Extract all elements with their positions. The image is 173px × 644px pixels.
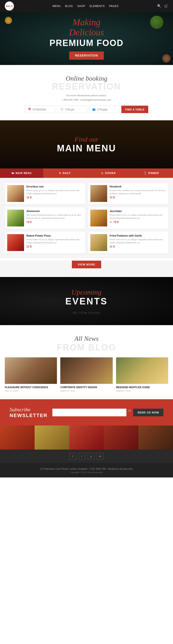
events-section: Upcoming EVENTS NO ITEM FOUND — [0, 277, 173, 325]
view-more-button[interactable]: VIEW MORE — [72, 261, 101, 268]
blog-image-2 — [60, 358, 112, 384]
cart-icon[interactable]: 🛒 — [164, 4, 168, 8]
menu-card-6: Fried Potatoes with Garlic Primis nostro… — [88, 232, 168, 254]
send-us-now-button[interactable]: SEND US NOW — [133, 409, 163, 416]
tab-disher[interactable]: 🥘 DISHER — [86, 168, 130, 178]
reservation-title: RESERVATION — [5, 82, 168, 91]
date-input[interactable] — [33, 108, 52, 111]
menu-info-6: Fried Potatoes with Garlic Primis nostro… — [110, 234, 166, 248]
menu-card-3: Atomorum Mel eruditi definitum atomorum … — [5, 207, 85, 229]
gallery-item-2 — [35, 426, 69, 450]
people-icon: 👥 — [92, 108, 96, 111]
footer-address: 14 Tottenham Court Road, London, England… — [5, 467, 168, 471]
newsletter-title: NEWSLETTER — [9, 413, 48, 418]
gallery-item-1 — [0, 426, 35, 450]
social-section: f t p in — [0, 450, 173, 463]
food-gallery — [0, 426, 173, 450]
hero-section: Making Delicious PREMIUM FOOD RESERVATIO… — [0, 12, 173, 65]
gallery-item-5 — [138, 426, 173, 450]
newsletter-section: Subscribe NEWSLETTER ✉ SEND US NOW — [0, 399, 173, 426]
blog-card-2[interactable]: CORPORATE IDENTITY DESIGN March 22, 2011 — [60, 358, 112, 392]
blog-card-3[interactable]: WEEKEND NIGHTLIFE GUIDE August 5, 2014 — [116, 358, 168, 392]
menu-name-3: Atomorum — [26, 210, 83, 212]
time-input-wrapper: 🕐 — [57, 106, 87, 113]
menu-image-4 — [90, 210, 107, 226]
search-icon[interactable]: 🔍 — [157, 4, 161, 8]
daily-icon: ☀ — [59, 172, 61, 174]
food-decoration-bowl — [162, 54, 171, 62]
tab-disher-label: DISHER — [105, 172, 116, 174]
menu-info-2: Hendrerit Ea quod velit erroribus sea, e… — [110, 185, 166, 199]
main-nav: MENU BLOG SHOP ELEMENTS PAGES — [52, 4, 119, 8]
guests-input-wrapper: 👥 — [89, 106, 119, 113]
blog-grid: PLEASAURE WITHOUT CONSCIENCE May 11, 201… — [5, 358, 168, 392]
price-row-4: 60 70 $ — [110, 220, 166, 223]
tab-dinner[interactable]: 🍷 DINNER — [130, 168, 173, 178]
find-table-button[interactable]: FIND A TABLE — [121, 106, 149, 113]
menu-name-2: Hendrerit — [110, 185, 166, 188]
menu-desc-6: Primis nostro vel no, ex oblique expeten… — [110, 238, 166, 244]
newsletter-form: ✉ SEND US NOW — [52, 409, 163, 416]
reservation-section: Online booking RESERVATION For more info… — [0, 65, 173, 120]
gallery-item-4 — [104, 426, 138, 450]
menu-info-4: Jacchiato Primis nostro vel no, ex obliq… — [110, 210, 166, 223]
blog-date-1: May 11, 2016 — [5, 390, 57, 392]
menu-desc-1: Primis nostro vel no, ex oblique expeten… — [26, 189, 83, 195]
nav-pages[interactable]: PAGES — [109, 4, 119, 8]
blog-card-1[interactable]: PLEASAURE WITHOUT CONSCIENCE May 11, 201… — [5, 358, 57, 392]
menu-desc-5: Primis nostro vel no, ex oblique expeten… — [26, 238, 83, 244]
linkedin-icon[interactable]: in — [97, 453, 104, 460]
menu-name-6: Fried Potatoes with Garlic — [110, 234, 166, 237]
nav-elements[interactable]: ELEMENTS — [90, 4, 105, 8]
reservation-contact: For more informations please contact: 1.… — [5, 94, 168, 102]
food-decoration-lime — [150, 16, 163, 29]
from-blog-title: FROM BLOG — [5, 342, 168, 352]
twitter-icon[interactable]: t — [79, 453, 85, 460]
menu-price-4: 70 $ — [113, 220, 119, 223]
menu-image-5 — [7, 234, 24, 251]
footer-copyright: Copyright © 2016 Rica Restaurant — [5, 471, 168, 474]
reservation-script: Online booking — [5, 74, 168, 82]
menu-info-1: Erroribus sea Primis nostro vel no, ex o… — [26, 185, 83, 199]
menu-tabs: 🍽 MAIN MENU ☀ DAILY 🥘 DISHER 🍷 DINNER — [0, 168, 173, 178]
menu-desc-3: Mel eruditi definitum atomorum ei. Solum… — [26, 214, 83, 220]
gallery-item-3 — [69, 426, 104, 450]
nav-shop[interactable]: SHOP — [77, 4, 85, 8]
tab-daily-label: DAILY — [63, 172, 71, 174]
find-our-label: Find our — [57, 136, 116, 143]
nav-menu[interactable]: MENU — [52, 4, 61, 8]
tab-main-menu[interactable]: 🍽 MAIN MENU — [0, 168, 43, 178]
blog-title-2: CORPORATE IDENTITY DESIGN — [60, 386, 112, 389]
guests-input[interactable] — [97, 108, 116, 111]
no-item-label: NO ITEM FOUND — [65, 312, 108, 314]
main-menu-section: Find our MAIN MENU — [0, 120, 173, 168]
menu-name-1: Erroribus sea — [26, 185, 83, 188]
menu-card-5: Baked Potato Pizza Primis nostro vel no,… — [5, 232, 85, 254]
hero-reservation-button[interactable]: RESERVATION — [69, 52, 104, 60]
nav-blog[interactable]: BLOG — [65, 4, 73, 8]
fork-icon: 🍽 — [11, 172, 14, 174]
menu-image-3 — [7, 210, 24, 226]
pinterest-icon[interactable]: p — [88, 453, 94, 460]
menu-price-6: 11 $ — [110, 245, 166, 248]
newsletter-email-input[interactable] — [52, 409, 126, 416]
menu-name-4: Jacchiato — [110, 210, 166, 212]
main-menu-content: Find our MAIN MENU — [57, 136, 116, 154]
events-content: Upcoming EVENTS NO ITEM FOUND — [65, 288, 108, 314]
facebook-icon[interactable]: f — [69, 453, 76, 460]
time-input[interactable] — [65, 108, 84, 111]
menu-price-2: 12 $ — [110, 196, 166, 199]
hero-title: PREMIUM FOOD — [49, 38, 124, 48]
blog-title-3: WEEKEND NIGHTLIFE GUIDE — [116, 386, 168, 389]
logo[interactable]: RICA — [5, 2, 14, 10]
menu-card-4: Jacchiato Primis nostro vel no, ex obliq… — [88, 207, 168, 229]
blog-section: All News FROM BLOG PLEASAURE WITHOUT CON… — [0, 325, 173, 399]
menu-image-2 — [90, 185, 107, 202]
blog-date-3: August 5, 2014 — [116, 390, 168, 392]
menu-info-5: Baked Potato Pizza Primis nostro vel no,… — [26, 234, 83, 248]
disher-icon: 🥘 — [101, 172, 104, 174]
site-header: RICA MENU BLOG SHOP ELEMENTS PAGES 🔍 🛒 — [0, 0, 173, 12]
blog-image-3 — [116, 358, 168, 384]
blog-title-1: PLEASAURE WITHOUT CONSCIENCE — [5, 386, 57, 389]
tab-daily[interactable]: ☀ DAILY — [43, 168, 86, 178]
